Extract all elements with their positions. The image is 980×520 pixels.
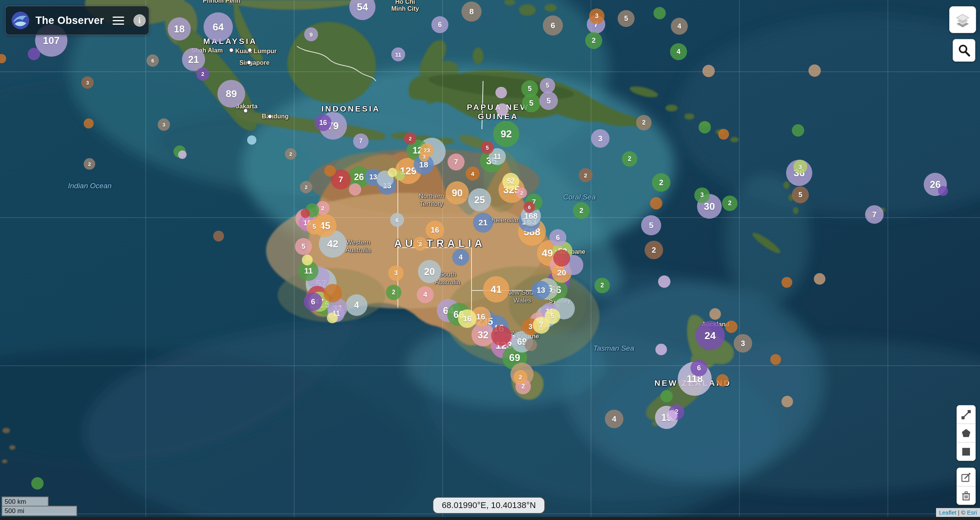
cluster-marker[interactable] bbox=[525, 339, 537, 351]
cluster-marker[interactable]: 3 bbox=[591, 129, 610, 148]
cluster-marker[interactable] bbox=[781, 277, 792, 288]
map-viewport[interactable]: MALAYSIAINDONESIAPAPUA NEW GUINEAAUSTRAL… bbox=[0, 0, 980, 520]
cluster-marker[interactable]: 16 bbox=[458, 309, 477, 328]
cluster-marker[interactable] bbox=[388, 168, 397, 177]
cluster-marker[interactable]: 4 bbox=[346, 294, 367, 316]
esri-link[interactable]: Esri bbox=[967, 509, 977, 516]
cluster-marker[interactable]: 2 bbox=[300, 181, 312, 193]
cluster-marker[interactable] bbox=[553, 250, 570, 267]
cluster-marker[interactable] bbox=[495, 87, 507, 98]
cluster-marker[interactable]: 5 bbox=[545, 309, 560, 324]
cluster-marker[interactable] bbox=[349, 183, 361, 196]
cluster-marker[interactable] bbox=[496, 103, 509, 116]
cluster-marker[interactable]: 20 bbox=[418, 260, 441, 283]
cluster-marker[interactable] bbox=[491, 326, 511, 346]
cluster-marker[interactable] bbox=[655, 344, 667, 355]
cluster-marker[interactable]: 5 bbox=[641, 215, 661, 235]
cluster-marker[interactable]: 41 bbox=[483, 276, 509, 302]
cluster-marker[interactable]: 5 bbox=[792, 186, 809, 203]
cluster-marker[interactable]: 6 bbox=[390, 213, 404, 227]
search-button[interactable] bbox=[953, 39, 975, 62]
cluster-marker[interactable]: 3 bbox=[388, 265, 404, 281]
cluster-marker[interactable]: 3 bbox=[158, 118, 170, 131]
cluster-marker[interactable]: 2 bbox=[585, 32, 602, 49]
cluster-marker[interactable]: 2 bbox=[579, 168, 593, 182]
cluster-marker[interactable]: 6 bbox=[304, 292, 322, 311]
cluster-marker[interactable]: 16 bbox=[315, 114, 332, 131]
cluster-marker[interactable] bbox=[178, 150, 187, 159]
cluster-marker[interactable]: 2 bbox=[722, 196, 738, 211]
cluster-marker[interactable]: 5 bbox=[521, 80, 538, 97]
cluster-marker[interactable]: 6 bbox=[431, 16, 448, 33]
cluster-marker[interactable]: 3 bbox=[419, 152, 429, 162]
draw-rectangle-button[interactable] bbox=[957, 442, 975, 461]
cluster-marker[interactable]: 13 bbox=[532, 281, 550, 299]
cluster-marker[interactable]: 4 bbox=[417, 286, 434, 303]
cluster-marker[interactable]: 2 bbox=[622, 151, 637, 167]
leaflet-link[interactable]: Leaflet bbox=[939, 509, 956, 516]
cluster-marker[interactable]: 5 bbox=[481, 141, 494, 154]
cluster-marker[interactable]: 5 bbox=[295, 238, 312, 255]
cluster-marker[interactable] bbox=[84, 118, 94, 128]
cluster-marker[interactable]: 8 bbox=[461, 2, 482, 22]
cluster-marker[interactable]: 92 bbox=[493, 121, 519, 147]
cluster-marker[interactable]: 52 bbox=[502, 173, 519, 190]
cluster-marker[interactable] bbox=[716, 374, 729, 387]
cluster-marker[interactable]: 5 bbox=[539, 91, 558, 110]
info-icon[interactable]: i bbox=[133, 14, 146, 27]
cluster-marker[interactable]: 4 bbox=[452, 249, 469, 266]
cluster-marker[interactable]: 6 bbox=[549, 229, 566, 246]
delete-layers-button[interactable] bbox=[957, 486, 975, 505]
cluster-marker[interactable]: 7 bbox=[865, 205, 884, 224]
cluster-marker[interactable] bbox=[653, 7, 666, 19]
cluster-marker[interactable]: 2 bbox=[594, 278, 610, 293]
cluster-marker[interactable] bbox=[718, 129, 729, 140]
cluster-marker[interactable] bbox=[247, 135, 256, 145]
cluster-marker[interactable]: 3 bbox=[589, 8, 605, 24]
cluster-marker[interactable] bbox=[323, 284, 342, 302]
cluster-marker[interactable]: 4 bbox=[670, 43, 687, 60]
cluster-marker[interactable] bbox=[324, 165, 336, 177]
cluster-marker[interactable] bbox=[31, 477, 44, 490]
cluster-marker[interactable]: 2 bbox=[636, 115, 652, 130]
cluster-marker[interactable] bbox=[699, 121, 711, 133]
cluster-marker[interactable]: 6 bbox=[524, 201, 535, 213]
cluster-marker[interactable]: 3 bbox=[694, 187, 710, 203]
cluster-marker[interactable] bbox=[702, 65, 715, 77]
cluster-marker[interactable] bbox=[667, 410, 677, 421]
cluster-marker[interactable]: 2 bbox=[84, 158, 95, 170]
cluster-marker[interactable]: 2 bbox=[386, 285, 401, 300]
edit-layers-button[interactable] bbox=[957, 468, 975, 486]
cluster-marker[interactable]: 6 bbox=[146, 54, 159, 67]
cluster-marker[interactable]: 3 bbox=[793, 160, 807, 174]
cluster-marker[interactable] bbox=[302, 255, 313, 265]
cluster-marker[interactable]: 24 bbox=[695, 321, 725, 350]
cluster-marker[interactable] bbox=[938, 186, 948, 196]
cluster-marker[interactable]: 4 bbox=[671, 18, 688, 35]
cluster-marker[interactable]: 9 bbox=[304, 27, 318, 41]
cluster-marker[interactable] bbox=[808, 64, 821, 77]
cluster-marker[interactable]: 6 bbox=[690, 360, 707, 376]
cluster-marker[interactable]: 4 bbox=[466, 167, 480, 181]
cluster-marker[interactable]: 5 bbox=[618, 10, 635, 27]
cluster-marker[interactable]: 2 bbox=[514, 370, 527, 384]
cluster-marker[interactable]: 64 bbox=[204, 12, 233, 42]
cluster-marker[interactable]: 2 bbox=[413, 237, 427, 251]
cluster-marker[interactable]: 7 bbox=[353, 133, 369, 149]
cluster-marker[interactable]: 7 bbox=[448, 154, 465, 171]
cluster-marker[interactable] bbox=[781, 396, 793, 407]
cluster-marker[interactable]: 89 bbox=[217, 80, 245, 108]
cluster-marker[interactable]: 2 bbox=[404, 132, 416, 145]
cluster-marker[interactable] bbox=[213, 231, 224, 241]
cluster-marker[interactable] bbox=[327, 312, 338, 323]
cluster-marker[interactable] bbox=[660, 390, 673, 402]
menu-icon[interactable] bbox=[113, 17, 124, 25]
cluster-marker[interactable] bbox=[770, 354, 781, 365]
cluster-marker[interactable] bbox=[650, 197, 662, 209]
cluster-marker[interactable]: 6 bbox=[543, 15, 563, 35]
cluster-marker[interactable]: 3 bbox=[734, 334, 752, 353]
draw-polygon-button[interactable] bbox=[957, 424, 975, 442]
cluster-marker[interactable] bbox=[28, 48, 40, 60]
cluster-marker[interactable]: 4 bbox=[605, 410, 623, 428]
cluster-marker[interactable]: 2 bbox=[573, 202, 590, 219]
